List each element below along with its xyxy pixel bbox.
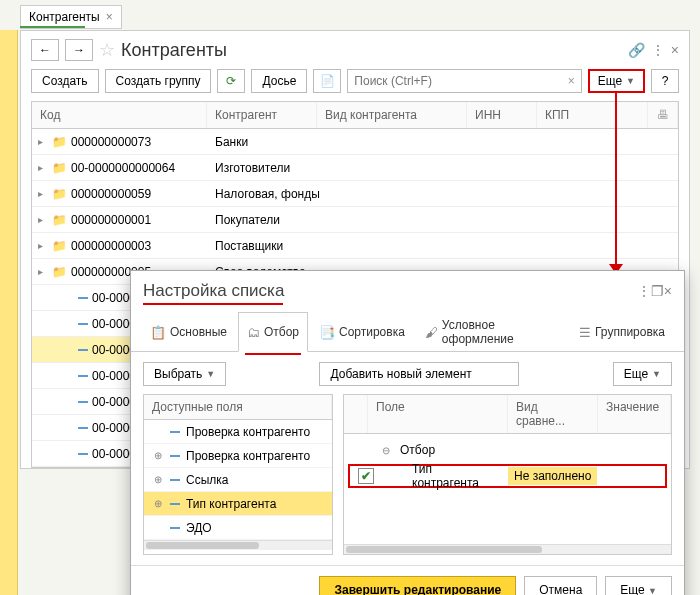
tab-filter[interactable]: 🗂Отбор <box>238 312 308 352</box>
available-field-row[interactable]: ⊕Проверка контрагенто <box>144 444 332 468</box>
page-title: Контрагенты <box>121 40 622 61</box>
folder-icon: 📁 <box>52 239 67 253</box>
expand-icon[interactable]: ▸ <box>38 240 48 251</box>
tab-group-label: Группировка <box>595 325 665 339</box>
expand-icon[interactable]: ▸ <box>38 266 48 277</box>
report-icon: 📄 <box>320 74 335 88</box>
finish-editing-button[interactable]: Завершить редактирование <box>319 576 516 595</box>
filter-checkbox[interactable]: ✔ <box>358 468 374 484</box>
filter-icon: 🗂 <box>247 325 260 340</box>
filter-compare[interactable]: Не заполнено <box>508 467 597 485</box>
dialog-more-button[interactable]: Еще ▼ <box>613 362 672 386</box>
annotation-arrow <box>615 92 617 270</box>
name-cell: Изготовители <box>207 161 467 175</box>
select-button[interactable]: Выбрать ▼ <box>143 362 226 386</box>
item-icon <box>78 375 88 377</box>
available-fields-title: Доступные поля <box>144 395 332 419</box>
close-window-icon[interactable]: × <box>671 42 679 58</box>
th-print[interactable]: 🖶 <box>648 102 678 128</box>
scrollbar[interactable] <box>344 544 671 554</box>
scrollbar-thumb[interactable] <box>146 542 259 549</box>
table-row[interactable]: ▸📁 000000000001Покупатели <box>32 207 678 233</box>
th-type[interactable]: Вид контрагента <box>317 102 467 128</box>
tab-cond[interactable]: 🖌Условное оформление <box>416 312 568 352</box>
close-icon[interactable]: × <box>106 10 113 24</box>
forward-button[interactable]: → <box>65 39 93 61</box>
th-code[interactable]: Код <box>32 102 207 128</box>
dialog-menu-icon[interactable]: ⋮ <box>637 283 651 299</box>
available-field-row[interactable]: ⊕Ссылка <box>144 468 332 492</box>
search-input[interactable] <box>348 74 561 88</box>
create-button[interactable]: Создать <box>31 69 99 93</box>
search-clear-icon[interactable]: × <box>562 74 581 88</box>
code-text: 00-0000000000064 <box>71 161 175 175</box>
expand-icon[interactable]: ⊕ <box>152 498 164 509</box>
field-label: Тип контрагента <box>186 497 324 511</box>
th-kpp[interactable]: КПП <box>537 102 648 128</box>
favorite-icon[interactable]: ☆ <box>99 39 115 61</box>
th-counterparty[interactable]: Контрагент <box>207 102 317 128</box>
code-cell: ▸📁 000000000059 <box>32 187 207 201</box>
dialog-restore-icon[interactable]: ❐ <box>651 283 664 299</box>
available-field-row[interactable]: ⊕Тип контрагента <box>144 492 332 516</box>
finish-label: Завершить редактирование <box>334 583 501 595</box>
filter-item-row[interactable]: ✔ Тип контрагента Не заполнено <box>348 464 667 488</box>
available-field-row[interactable]: Проверка контрагенто <box>144 420 332 444</box>
fh-field[interactable]: Поле <box>368 395 508 433</box>
create-group-button[interactable]: Создать группу <box>105 69 212 93</box>
name-cell: Банки <box>207 135 467 149</box>
cancel-button[interactable]: Отмена <box>524 576 597 595</box>
scrollbar-thumb[interactable] <box>346 546 542 553</box>
help-button[interactable]: ? <box>651 69 679 93</box>
table-row[interactable]: ▸📁 000000000073Банки <box>32 129 678 155</box>
tab-sort[interactable]: 📑Сортировка <box>310 312 414 352</box>
back-button[interactable]: ← <box>31 39 59 61</box>
brush-icon: 🖌 <box>425 325 438 340</box>
report-button[interactable]: 📄 <box>313 69 341 93</box>
dialog-close-icon[interactable]: × <box>664 283 672 299</box>
code-cell: ▸📁 00-0000000000064 <box>32 161 207 175</box>
expand-icon[interactable]: ⊕ <box>152 450 164 461</box>
scrollbar[interactable] <box>144 540 332 550</box>
add-element-button[interactable]: Добавить новый элемент <box>319 362 519 386</box>
available-field-row[interactable]: ЭДО <box>144 516 332 540</box>
footer-more-button[interactable]: Еще ▼ <box>605 576 672 595</box>
dialog-split: Доступные поля Проверка контрагенто⊕Пров… <box>143 394 672 555</box>
filter-root-row[interactable]: ⊖ Отбор <box>344 438 671 462</box>
refresh-button[interactable]: ⟳ <box>217 69 245 93</box>
table-row[interactable]: ▸📁 000000000059Налоговая, фонды <box>32 181 678 207</box>
refresh-icon: ⟳ <box>226 74 236 88</box>
fh-value[interactable]: Значение <box>598 395 671 433</box>
dossier-button[interactable]: Досье <box>251 69 307 93</box>
app-tab-label: Контрагенты <box>29 10 100 24</box>
folder-icon: 📁 <box>52 187 67 201</box>
table-row[interactable]: ▸📁 00-0000000000064Изготовители <box>32 155 678 181</box>
tab-cond-label: Условное оформление <box>442 318 559 346</box>
link-icon[interactable]: 🔗 <box>628 42 645 58</box>
dialog-footer: Завершить редактирование Отмена Еще ▼ <box>131 565 684 595</box>
chevron-down-icon: ▼ <box>206 369 215 379</box>
cancel-label: Отмена <box>539 583 582 595</box>
tab-group[interactable]: ☰Группировка <box>570 312 674 352</box>
expand-icon[interactable]: ▸ <box>38 188 48 199</box>
folder-icon: 📁 <box>52 161 67 175</box>
header-row: ← → ☆ Контрагенты 🔗 ⋮ × <box>31 39 679 61</box>
more-button[interactable]: Еще ▼ <box>588 69 645 93</box>
th-inn[interactable]: ИНН <box>467 102 537 128</box>
dialog-more-label: Еще <box>624 367 648 381</box>
collapse-icon[interactable]: ⊖ <box>382 445 394 456</box>
tab-filter-label: Отбор <box>264 325 299 339</box>
tab-main[interactable]: 📋Основные <box>141 312 236 352</box>
print-icon: 🖶 <box>657 108 669 122</box>
expand-icon[interactable]: ▸ <box>38 162 48 173</box>
add-element-label: Добавить новый элемент <box>330 367 471 381</box>
expand-icon[interactable]: ⊕ <box>152 474 164 485</box>
menu-dots-icon[interactable]: ⋮ <box>651 42 665 58</box>
fh-compare[interactable]: Вид сравне... <box>508 395 598 433</box>
tab-sort-label: Сортировка <box>339 325 405 339</box>
table-row[interactable]: ▸📁 000000000003Поставщики <box>32 233 678 259</box>
expand-icon[interactable]: ▸ <box>38 214 48 225</box>
field-icon <box>170 479 180 481</box>
create-group-label: Создать группу <box>116 74 201 88</box>
expand-icon[interactable]: ▸ <box>38 136 48 147</box>
